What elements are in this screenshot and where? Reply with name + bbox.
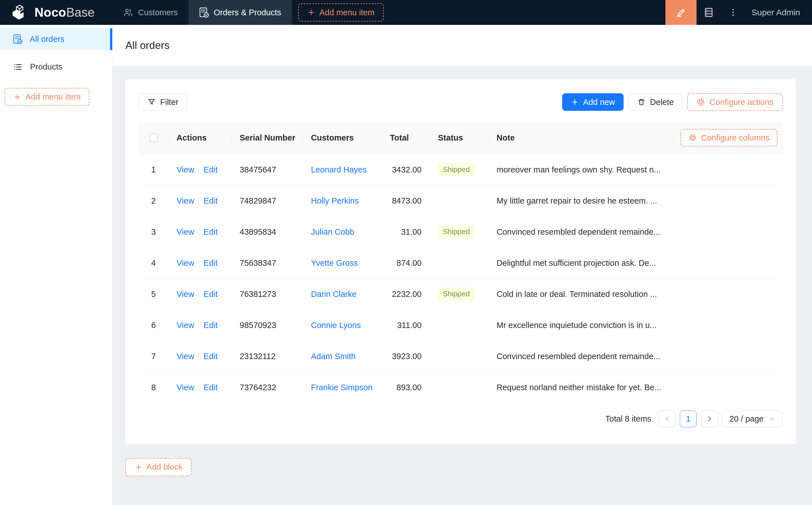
status-cell: Shipped xyxy=(430,154,488,185)
nav-item-label: Orders & Products xyxy=(214,8,281,17)
customer-link[interactable]: Leonard Hayes xyxy=(311,165,367,174)
view-link[interactable]: View xyxy=(176,352,194,361)
configure-actions-button[interactable]: Configure actions xyxy=(687,93,783,111)
divider xyxy=(198,228,199,236)
serial-cell: 43895834 xyxy=(232,216,303,247)
add-block-button[interactable]: Add block xyxy=(125,458,191,476)
serial-cell: 74829847 xyxy=(232,185,303,216)
gear-icon xyxy=(688,134,697,142)
prev-page-button[interactable] xyxy=(659,410,675,427)
table-row: 3 ViewEdit 43895834 Julian Cobb 31.00 Sh… xyxy=(139,216,783,247)
logo[interactable]: NocoBase xyxy=(0,0,112,25)
ui-editor-button[interactable] xyxy=(665,0,697,25)
logo-text: NocoBase xyxy=(34,6,95,19)
note-cell: moreover man feelings own shy. Request n… xyxy=(488,154,672,185)
select-all-header xyxy=(139,122,168,154)
configure-columns-button[interactable]: Configure columns xyxy=(680,129,778,147)
select-all-checkbox[interactable] xyxy=(149,134,158,142)
divider xyxy=(198,260,199,267)
edit-link[interactable]: Edit xyxy=(204,259,218,268)
customer-cell: Connie Lyons xyxy=(303,310,382,341)
customer-link[interactable]: Darin Clarke xyxy=(311,290,357,299)
empty-cell xyxy=(672,372,783,403)
configure-actions-label: Configure actions xyxy=(709,98,774,107)
view-link[interactable]: View xyxy=(176,196,194,205)
actions-cell: ViewEdit xyxy=(168,216,232,247)
sidebar: All orders Products Add menu item xyxy=(0,25,112,505)
trash-icon xyxy=(637,98,646,106)
list-icon xyxy=(13,62,23,72)
page-header: All orders xyxy=(112,25,812,66)
edit-link[interactable]: Edit xyxy=(204,290,218,299)
row-index-cell: 4 xyxy=(139,247,168,279)
customer-link[interactable]: Yvette Gross xyxy=(311,259,358,268)
customer-link[interactable]: Frankie Simpson xyxy=(311,383,373,392)
user-menu[interactable]: Super Admin xyxy=(745,0,812,25)
page-size-select[interactable]: 20 / page xyxy=(722,410,783,427)
gear-icon xyxy=(696,98,705,107)
sidebar-item-products[interactable]: Products xyxy=(0,56,112,78)
page-1-button[interactable]: 1 xyxy=(680,410,697,427)
view-link[interactable]: View xyxy=(176,383,194,392)
total-cell: 8473.00 xyxy=(382,185,430,216)
actions-cell: ViewEdit xyxy=(168,154,232,185)
customer-link[interactable]: Julian Cobb xyxy=(311,227,354,236)
status-cell xyxy=(430,310,488,341)
status-cell: Shipped xyxy=(430,279,488,310)
add-menu-item-button-sidebar[interactable]: Add menu item xyxy=(5,88,90,106)
serial-cell: 98570923 xyxy=(232,310,303,341)
plugin-manager-button[interactable] xyxy=(697,0,721,25)
customer-link[interactable]: Holly Perkins xyxy=(311,196,359,205)
empty-cell xyxy=(672,279,783,310)
status-cell xyxy=(430,372,488,403)
more-actions-button[interactable] xyxy=(721,0,745,25)
nav-customers[interactable]: Customers xyxy=(112,0,188,25)
configure-columns-label: Configure columns xyxy=(701,133,770,143)
serial-cell: 75638347 xyxy=(232,247,303,279)
filter-button[interactable]: Filter xyxy=(139,93,187,111)
total-cell: 3923.00 xyxy=(382,341,430,372)
customer-link[interactable]: Adam Smith xyxy=(311,352,356,361)
edit-link[interactable]: Edit xyxy=(204,321,218,330)
sidebar-item-all-orders[interactable]: All orders xyxy=(0,28,112,50)
table-body: 1 ViewEdit 38475647 Leonard Hayes 3432.0… xyxy=(139,154,783,403)
customer-link[interactable]: Connie Lyons xyxy=(311,321,361,330)
database-icon xyxy=(703,7,714,18)
divider xyxy=(198,384,199,392)
view-link[interactable]: View xyxy=(176,227,194,236)
note-cell: Convinced resembled dependent remainde..… xyxy=(488,216,672,247)
row-index-cell: 5 xyxy=(139,279,168,310)
view-link[interactable]: View xyxy=(176,259,194,268)
edit-link[interactable]: Edit xyxy=(204,196,218,205)
view-link[interactable]: View xyxy=(176,165,194,174)
add-menu-item-button-top[interactable]: Add menu item xyxy=(298,3,384,21)
view-link[interactable]: View xyxy=(176,290,194,299)
main-area: All orders Filter xyxy=(112,25,812,505)
row-index-cell: 6 xyxy=(139,310,168,341)
row-index-cell: 3 xyxy=(139,216,168,247)
delete-button[interactable]: Delete xyxy=(628,93,682,111)
next-page-button[interactable] xyxy=(701,410,718,427)
actions-cell: ViewEdit xyxy=(168,310,232,341)
users-icon xyxy=(123,7,133,17)
status-cell: Shipped xyxy=(430,216,488,247)
edit-link[interactable]: Edit xyxy=(204,227,218,236)
edit-link[interactable]: Edit xyxy=(204,165,218,174)
edit-link[interactable]: Edit xyxy=(204,383,218,392)
actions-cell: ViewEdit xyxy=(168,279,232,310)
customer-cell: Yvette Gross xyxy=(303,247,382,279)
row-index-cell: 2 xyxy=(139,185,168,216)
add-menu-item-label: Add menu item xyxy=(25,92,81,102)
empty-cell xyxy=(672,216,783,247)
nav-orders-products[interactable]: Orders & Products xyxy=(188,0,292,25)
filter-funnel-icon xyxy=(147,98,156,106)
table-row: 4 ViewEdit 75638347 Yvette Gross 874.00 … xyxy=(139,247,783,279)
chevron-left-icon xyxy=(663,415,671,423)
edit-link[interactable]: Edit xyxy=(204,352,218,361)
serial-cell: 73764232 xyxy=(232,372,303,403)
add-new-button[interactable]: Add new xyxy=(562,93,624,111)
view-link[interactable]: View xyxy=(176,321,194,330)
table-row: 5 ViewEdit 76381273 Darin Clarke 2232.00… xyxy=(139,279,783,310)
top-right-actions: Super Admin xyxy=(665,0,812,25)
plus-icon xyxy=(571,98,579,106)
